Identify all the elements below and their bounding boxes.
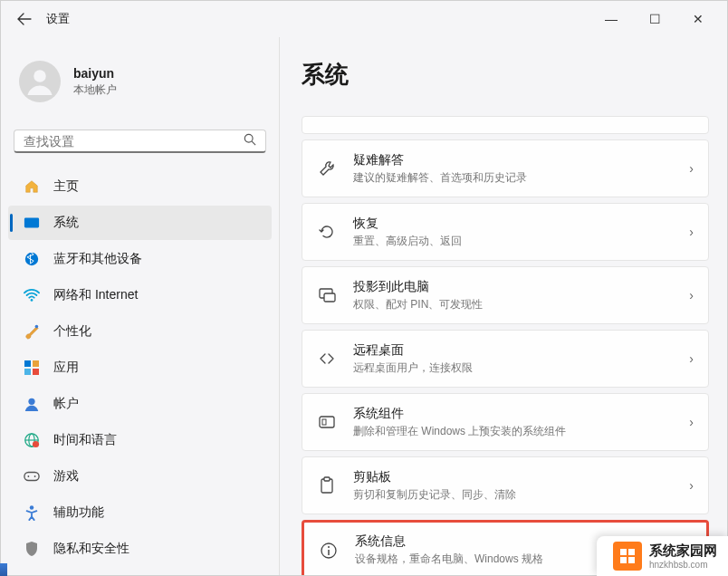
window-title: 设置: [46, 11, 70, 27]
search-box[interactable]: [14, 130, 266, 153]
svg-rect-23: [322, 419, 326, 425]
project-icon: [317, 285, 337, 305]
window-controls: — ☐ ✕: [600, 12, 718, 26]
system-icon: [23, 214, 41, 232]
svg-point-27: [328, 546, 330, 548]
brush-icon: [23, 322, 41, 341]
wifi-icon: [23, 286, 41, 304]
sidebar-item-network[interactable]: 网络和 Internet: [8, 278, 272, 312]
shield-icon: [23, 540, 41, 558]
sidebar-item-home[interactable]: 主页: [8, 169, 272, 204]
bluetooth-icon: [23, 250, 41, 268]
settings-cards: 疑难解答建议的疑难解答、首选项和历史记录 › 恢复重置、高级启动、返回 › 投影…: [302, 116, 709, 575]
wrench-icon: [317, 158, 337, 178]
sidebar-item-label: 游戏: [53, 468, 79, 485]
svg-rect-8: [33, 360, 39, 367]
sidebar-item-label: 蓝牙和其他设备: [53, 251, 142, 267]
card-troubleshoot[interactable]: 疑难解答建议的疑难解答、首选项和历史记录 ›: [302, 139, 709, 197]
user-icon: [24, 65, 56, 98]
main-panel: 系统 疑难解答建议的疑难解答、首选项和历史记录 › 恢复重置、高级启动、返回 ›…: [280, 37, 727, 575]
user-profile[interactable]: baiyun 本地帐户: [8, 46, 272, 124]
home-icon: [23, 178, 41, 196]
accessibility-icon: [23, 504, 41, 522]
watermark-logo-icon: [613, 542, 642, 571]
chevron-right-icon: ›: [689, 225, 694, 239]
card-system-components[interactable]: 系统组件删除和管理在 Windows 上预安装的系统组件 ›: [302, 393, 709, 451]
minimize-button[interactable]: —: [600, 12, 622, 26]
clipboard-icon: [317, 475, 337, 495]
globe-icon: [23, 431, 41, 449]
watermark-title: 系统家园网: [649, 542, 717, 560]
card-prev-cutoff[interactable]: [302, 116, 709, 134]
svg-line-2: [252, 141, 255, 145]
sidebar-item-personalization[interactable]: 个性化: [8, 314, 272, 349]
svg-point-0: [34, 70, 46, 82]
sidebar: baiyun 本地帐户 主页 系统: [1, 37, 280, 575]
chevron-right-icon: ›: [689, 351, 694, 366]
profile-name: baiyun: [73, 66, 117, 81]
chevron-right-icon: ›: [689, 415, 694, 429]
svg-rect-22: [320, 417, 334, 427]
remote-icon: [317, 349, 337, 369]
sidebar-item-label: 系统: [53, 215, 79, 231]
chevron-right-icon: ›: [689, 161, 694, 176]
nav-list: 主页 系统 蓝牙和其他设备 网络和 Internet 个性化: [8, 169, 272, 566]
svg-point-15: [33, 441, 39, 447]
sidebar-item-label: 隐私和安全性: [53, 541, 129, 557]
page-title: 系统: [302, 59, 709, 91]
svg-point-1: [244, 134, 253, 142]
card-remote-desktop[interactable]: 远程桌面远程桌面用户，连接权限 ›: [302, 330, 709, 388]
sidebar-item-label: 应用: [53, 360, 79, 376]
sidebar-item-time-language[interactable]: 时间和语言: [8, 423, 272, 457]
svg-rect-9: [24, 369, 31, 375]
svg-rect-16: [24, 473, 39, 481]
profile-type: 本地帐户: [73, 82, 117, 98]
svg-point-18: [34, 475, 36, 477]
watermark: 系统家园网 hnzkhbsb.com: [597, 536, 728, 576]
sidebar-item-apps[interactable]: 应用: [8, 350, 272, 385]
sidebar-item-label: 个性化: [53, 323, 91, 340]
svg-point-19: [30, 505, 34, 510]
back-button[interactable]: [10, 5, 39, 34]
chevron-right-icon: ›: [689, 478, 694, 493]
svg-point-6: [35, 325, 39, 329]
svg-rect-25: [324, 477, 330, 481]
svg-point-5: [31, 299, 34, 302]
sidebar-item-accessibility[interactable]: 辅助功能: [8, 495, 272, 530]
avatar: [19, 61, 61, 102]
search-input[interactable]: [24, 134, 244, 149]
card-clipboard[interactable]: 剪贴板剪切和复制历史记录、同步、清除 ›: [302, 456, 709, 514]
sidebar-item-label: 时间和语言: [53, 432, 117, 448]
sidebar-item-label: 网络和 Internet: [53, 287, 138, 303]
sidebar-item-accounts[interactable]: 帐户: [8, 387, 272, 421]
svg-point-11: [28, 398, 34, 405]
settings-window: 设置 — ☐ ✕ baiyun 本地帐户: [0, 0, 728, 576]
watermark-url: hnzkhbsb.com: [649, 560, 717, 570]
svg-rect-10: [33, 369, 39, 375]
close-button[interactable]: ✕: [687, 12, 709, 26]
search-icon: [244, 133, 256, 149]
recovery-icon: [317, 222, 337, 242]
sidebar-item-label: 帐户: [53, 396, 79, 412]
components-icon: [317, 412, 337, 432]
gaming-icon: [23, 467, 41, 485]
sidebar-item-system[interactable]: 系统: [8, 206, 272, 240]
svg-point-4: [25, 253, 38, 265]
svg-rect-3: [24, 218, 39, 228]
svg-rect-7: [24, 360, 31, 367]
sidebar-item-privacy[interactable]: 隐私和安全性: [8, 532, 272, 566]
account-icon: [23, 395, 41, 413]
svg-rect-21: [324, 293, 335, 302]
card-projecting[interactable]: 投影到此电脑权限、配对 PIN、可发现性 ›: [302, 266, 709, 324]
sidebar-item-label: 辅助功能: [53, 504, 104, 521]
info-icon: [319, 541, 339, 561]
sidebar-item-label: 主页: [53, 178, 79, 195]
maximize-button[interactable]: ☐: [644, 12, 666, 26]
chevron-right-icon: ›: [689, 288, 694, 302]
card-recovery[interactable]: 恢复重置、高级启动、返回 ›: [302, 203, 709, 261]
content-area: baiyun 本地帐户 主页 系统: [1, 37, 727, 575]
titlebar: 设置 — ☐ ✕: [1, 1, 727, 37]
sidebar-item-bluetooth[interactable]: 蓝牙和其他设备: [8, 242, 272, 276]
sidebar-item-gaming[interactable]: 游戏: [8, 459, 272, 494]
profile-text: baiyun 本地帐户: [73, 66, 117, 98]
